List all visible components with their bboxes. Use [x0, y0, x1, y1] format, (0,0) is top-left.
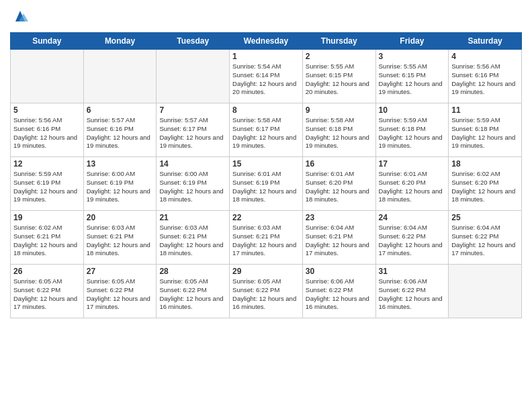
day-number: 9: [306, 105, 373, 115]
calendar-cell: [11, 50, 84, 103]
day-info: Sunrise: 5:59 AM Sunset: 6:18 PM Dayligh…: [379, 116, 446, 150]
day-info: Sunrise: 5:58 AM Sunset: 6:18 PM Dayligh…: [306, 116, 373, 150]
calendar-cell: 21Sunrise: 6:03 AM Sunset: 6:21 PM Dayli…: [157, 211, 230, 265]
day-info: Sunrise: 5:55 AM Sunset: 6:15 PM Dayligh…: [306, 62, 373, 97]
day-number: 22: [232, 213, 300, 222]
day-number: 26: [13, 267, 81, 276]
calendar-cell: 28Sunrise: 6:05 AM Sunset: 6:22 PM Dayli…: [157, 265, 230, 318]
calendar-cell: 16Sunrise: 6:01 AM Sunset: 6:20 PM Dayli…: [302, 157, 375, 211]
day-info: Sunrise: 6:04 AM Sunset: 6:22 PM Dayligh…: [379, 224, 446, 258]
calendar-header-saturday: Saturday: [449, 33, 522, 50]
day-number: 29: [232, 267, 300, 276]
calendar-cell: 4Sunrise: 5:56 AM Sunset: 6:16 PM Daylig…: [449, 50, 522, 103]
day-info: Sunrise: 5:58 AM Sunset: 6:17 PM Dayligh…: [232, 116, 300, 150]
calendar-table: SundayMondayTuesdayWednesdayThursdayFrid…: [10, 32, 522, 318]
page: SundayMondayTuesdayWednesdayThursdayFrid…: [0, 0, 532, 411]
day-info: Sunrise: 6:01 AM Sunset: 6:20 PM Dayligh…: [379, 170, 446, 204]
day-number: 25: [451, 213, 519, 222]
calendar-cell: 1Sunrise: 5:54 AM Sunset: 6:14 PM Daylig…: [230, 50, 303, 103]
day-info: Sunrise: 6:03 AM Sunset: 6:21 PM Dayligh…: [159, 224, 226, 258]
calendar-header-monday: Monday: [83, 33, 157, 50]
day-number: 6: [87, 105, 154, 115]
calendar-cell: 18Sunrise: 6:02 AM Sunset: 6:20 PM Dayli…: [449, 157, 522, 211]
day-number: 24: [379, 213, 446, 222]
day-number: 3: [379, 52, 446, 61]
day-info: Sunrise: 6:05 AM Sunset: 6:22 PM Dayligh…: [13, 277, 81, 312]
day-info: Sunrise: 6:05 AM Sunset: 6:22 PM Dayligh…: [87, 277, 154, 312]
calendar-cell: 27Sunrise: 6:05 AM Sunset: 6:22 PM Dayli…: [83, 265, 157, 318]
day-info: Sunrise: 6:04 AM Sunset: 6:22 PM Dayligh…: [451, 224, 519, 258]
day-number: 20: [87, 213, 154, 222]
day-number: 31: [379, 267, 446, 276]
day-info: Sunrise: 6:02 AM Sunset: 6:21 PM Dayligh…: [13, 224, 81, 258]
calendar-cell: 26Sunrise: 6:05 AM Sunset: 6:22 PM Dayli…: [11, 265, 84, 318]
day-number: 30: [306, 267, 373, 276]
day-number: 1: [232, 52, 300, 61]
calendar-cell: 20Sunrise: 6:03 AM Sunset: 6:21 PM Dayli…: [83, 211, 157, 265]
day-number: 19: [13, 213, 81, 222]
day-info: Sunrise: 5:57 AM Sunset: 6:16 PM Dayligh…: [87, 116, 154, 150]
day-number: 28: [159, 267, 226, 276]
calendar-cell: 13Sunrise: 6:00 AM Sunset: 6:19 PM Dayli…: [83, 157, 157, 211]
day-number: 14: [159, 159, 226, 169]
day-number: 4: [451, 52, 519, 61]
day-number: 11: [451, 105, 519, 115]
day-number: 18: [451, 159, 519, 169]
calendar-header-sunday: Sunday: [11, 33, 84, 50]
day-info: Sunrise: 5:55 AM Sunset: 6:15 PM Dayligh…: [379, 62, 446, 97]
day-info: Sunrise: 5:59 AM Sunset: 6:18 PM Dayligh…: [451, 116, 519, 150]
day-info: Sunrise: 5:56 AM Sunset: 6:16 PM Dayligh…: [13, 116, 81, 150]
calendar-cell: 22Sunrise: 6:03 AM Sunset: 6:21 PM Dayli…: [230, 211, 303, 265]
calendar-cell: 29Sunrise: 6:05 AM Sunset: 6:22 PM Dayli…: [230, 265, 303, 318]
calendar-cell: 12Sunrise: 5:59 AM Sunset: 6:19 PM Dayli…: [11, 157, 84, 211]
calendar-cell: 30Sunrise: 6:06 AM Sunset: 6:22 PM Dayli…: [302, 265, 375, 318]
day-info: Sunrise: 6:02 AM Sunset: 6:20 PM Dayligh…: [451, 170, 519, 204]
day-info: Sunrise: 6:05 AM Sunset: 6:22 PM Dayligh…: [232, 277, 300, 312]
calendar-week-2: 5Sunrise: 5:56 AM Sunset: 6:16 PM Daylig…: [11, 103, 522, 157]
calendar-week-1: 1Sunrise: 5:54 AM Sunset: 6:14 PM Daylig…: [11, 50, 522, 103]
calendar-cell: 19Sunrise: 6:02 AM Sunset: 6:21 PM Dayli…: [11, 211, 84, 265]
day-number: 12: [13, 159, 81, 169]
day-info: Sunrise: 6:00 AM Sunset: 6:19 PM Dayligh…: [159, 170, 226, 204]
day-number: 8: [232, 105, 300, 115]
calendar-cell: 24Sunrise: 6:04 AM Sunset: 6:22 PM Dayli…: [375, 211, 449, 265]
day-info: Sunrise: 5:57 AM Sunset: 6:17 PM Dayligh…: [159, 116, 226, 150]
calendar-cell: 23Sunrise: 6:04 AM Sunset: 6:21 PM Dayli…: [302, 211, 375, 265]
calendar-week-4: 19Sunrise: 6:02 AM Sunset: 6:21 PM Dayli…: [11, 211, 522, 265]
day-info: Sunrise: 5:59 AM Sunset: 6:19 PM Dayligh…: [13, 170, 81, 204]
calendar-cell: [157, 50, 230, 103]
day-info: Sunrise: 5:54 AM Sunset: 6:14 PM Dayligh…: [232, 62, 300, 97]
day-info: Sunrise: 6:04 AM Sunset: 6:21 PM Dayligh…: [306, 224, 373, 258]
calendar-cell: 31Sunrise: 6:06 AM Sunset: 6:22 PM Dayli…: [375, 265, 449, 318]
calendar-header-thursday: Thursday: [302, 33, 375, 50]
day-info: Sunrise: 6:05 AM Sunset: 6:22 PM Dayligh…: [159, 277, 226, 312]
calendar-cell: 17Sunrise: 6:01 AM Sunset: 6:20 PM Dayli…: [375, 157, 449, 211]
logo: [10, 7, 30, 27]
calendar-header-friday: Friday: [375, 33, 449, 50]
calendar-cell: 6Sunrise: 5:57 AM Sunset: 6:16 PM Daylig…: [83, 103, 157, 157]
calendar-cell: 10Sunrise: 5:59 AM Sunset: 6:18 PM Dayli…: [375, 103, 449, 157]
header: [10, 7, 522, 27]
calendar-cell: 5Sunrise: 5:56 AM Sunset: 6:16 PM Daylig…: [11, 103, 84, 157]
calendar-header-row: SundayMondayTuesdayWednesdayThursdayFrid…: [11, 33, 522, 50]
calendar-cell: 3Sunrise: 5:55 AM Sunset: 6:15 PM Daylig…: [375, 50, 449, 103]
calendar-cell: 15Sunrise: 6:01 AM Sunset: 6:19 PM Dayli…: [230, 157, 303, 211]
calendar-week-5: 26Sunrise: 6:05 AM Sunset: 6:22 PM Dayli…: [11, 265, 522, 318]
calendar-cell: 9Sunrise: 5:58 AM Sunset: 6:18 PM Daylig…: [302, 103, 375, 157]
calendar-cell: 7Sunrise: 5:57 AM Sunset: 6:17 PM Daylig…: [157, 103, 230, 157]
calendar-cell: 8Sunrise: 5:58 AM Sunset: 6:17 PM Daylig…: [230, 103, 303, 157]
day-info: Sunrise: 6:06 AM Sunset: 6:22 PM Dayligh…: [306, 277, 373, 312]
day-number: 16: [306, 159, 373, 169]
day-info: Sunrise: 6:06 AM Sunset: 6:22 PM Dayligh…: [379, 277, 446, 312]
day-number: 10: [379, 105, 446, 115]
day-info: Sunrise: 6:00 AM Sunset: 6:19 PM Dayligh…: [87, 170, 154, 204]
day-number: 21: [159, 213, 226, 222]
day-number: 27: [87, 267, 154, 276]
day-number: 5: [13, 105, 81, 115]
calendar-cell: 25Sunrise: 6:04 AM Sunset: 6:22 PM Dayli…: [449, 211, 522, 265]
day-info: Sunrise: 6:01 AM Sunset: 6:20 PM Dayligh…: [306, 170, 373, 204]
day-number: 7: [159, 105, 226, 115]
day-info: Sunrise: 6:03 AM Sunset: 6:21 PM Dayligh…: [87, 224, 154, 258]
calendar-cell: 2Sunrise: 5:55 AM Sunset: 6:15 PM Daylig…: [302, 50, 375, 103]
day-info: Sunrise: 6:03 AM Sunset: 6:21 PM Dayligh…: [232, 224, 300, 258]
